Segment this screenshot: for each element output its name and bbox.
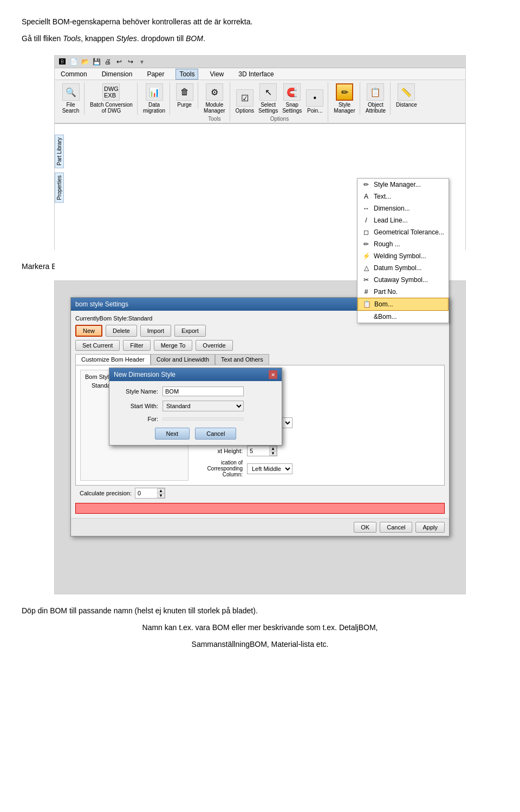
dm-part-no[interactable]: # Part No. [358,286,448,298]
text-height-down[interactable]: ▼ [269,451,277,456]
qa-dropdown-arrow[interactable]: ▼ [139,59,145,65]
module-manager-btn[interactable]: ⚙ ModuleManager [203,82,226,115]
cancel-btn[interactable]: Cancel [380,522,412,533]
override-btn[interactable]: Override [196,340,232,351]
object-attribute-btn[interactable]: 📋 ObjectAttribute [365,82,387,115]
data-migration-btn[interactable]: 📊 Datamigration [142,82,166,115]
ok-btn[interactable]: OK [354,522,376,533]
footer-paragraph-1: Döp din BOM till passande namn (helst ej… [22,605,498,617]
ribbon-icons-batch: DWGEXB Batch Conversionof DWG [89,82,134,115]
part-library-tab[interactable]: Part Library [55,135,64,168]
dm-cutaway[interactable]: ✂ Cutaway Symbol... [358,274,448,286]
batch-btn[interactable]: DWGEXB Batch Conversionof DWG [89,82,134,115]
text-height-spinner[interactable]: ▲ ▼ [247,446,277,456]
style-name-input[interactable] [162,387,244,396]
dm-welding[interactable]: ⚡ Welding Symbol... [358,250,448,262]
select-settings-btn[interactable]: ↖ SelectSettings [257,82,279,115]
app-logo-btn[interactable]: 🅱 [57,57,67,67]
dm-rough[interactable]: ✏ Rough ... [358,238,448,250]
file-search-btn[interactable]: 🔍 FileSearch [61,82,81,115]
options-group-label: Options [270,116,289,122]
properties-tab[interactable]: Properties [55,173,64,203]
dialog-btn-row-2: Set Current Filter Merge To Override [75,340,445,351]
dm-geo-tolerance-label: Geometrical Tolerance... [374,228,444,236]
qa-save-btn[interactable]: 💾 [92,57,101,67]
module-manager-icon: ⚙ [206,83,223,101]
menu-common[interactable]: Common [57,69,90,79]
footer-text-1: Döp din BOM till passande namn (helst ej… [22,606,258,615]
dm-rough-icon: ✏ [362,240,370,248]
options-btn[interactable]: ☑ Options [235,88,255,115]
calc-precision-up[interactable]: ▲ [157,488,165,493]
menu-3d-interface[interactable]: 3D Interface [235,69,277,79]
menu-paper[interactable]: Paper [144,69,167,79]
file-search-icon: 🔍 [62,83,80,101]
qa-undo-btn[interactable]: ↩ [114,57,124,67]
calc-precision-down[interactable]: ▼ [157,493,165,498]
tab-text-others[interactable]: Text and Others [215,354,269,365]
dm-style-manager[interactable]: ✏ Style Manager... [358,179,448,191]
select-settings-icon: ↖ [259,83,277,101]
calc-precision-label: Calculate precision: [80,490,132,496]
calc-precision-input[interactable] [135,489,157,497]
dm-geo-tolerance[interactable]: ◻ Geometrical Tolerance... [358,226,448,238]
justification-select[interactable]: Left Middle [247,463,292,474]
batch-icon: DWGEXB [102,83,120,101]
dm-dimension[interactable]: ↔ Dimension... [358,202,448,214]
start-with-label: Start With: [115,403,158,409]
tab-color-linewidth[interactable]: Color and Linewidth [151,354,215,365]
export-style-btn[interactable]: Export [174,325,206,337]
snap-settings-icon: 🧲 [283,83,301,101]
intro-text-1: Speciellt BOM-egenskaperna behöver kontr… [22,17,252,26]
dialog-tabs: Customize Bom Header Color and Linewidth… [75,354,445,365]
dm-bom[interactable]: 📋 Bom... [358,298,448,311]
filter-btn[interactable]: Filter [123,340,150,351]
tools-group-label: Tools [208,116,220,122]
dm-lead-line[interactable]: / Lead Line... [358,214,448,226]
dm-text[interactable]: A Text... [358,191,448,202]
tab-customize-header[interactable]: Customize Bom Header [75,354,151,365]
dm-lead-line-label: Lead Line... [374,217,408,224]
import-style-btn[interactable]: Import [140,325,171,337]
qa-open-btn[interactable]: 📂 [80,57,90,67]
module-manager-label: ModuleManager [204,102,225,114]
apply-btn[interactable]: Apply [415,522,445,533]
point-settings-btn[interactable]: • Poin... [305,88,324,115]
purge-btn[interactable]: 🗑 Purge [175,82,194,109]
red-highlight-row [75,503,445,514]
sub-dialog-close-btn[interactable]: ✕ [269,370,277,379]
text-height-input[interactable] [248,447,269,455]
field-text-height: xt Height: ▲ ▼ [194,446,440,456]
menu-dimension[interactable]: Dimension [99,69,136,79]
object-attribute-icon: 📋 [367,83,384,101]
current-style-text: CurrentlyBom Style:Standard [75,315,152,322]
calc-precision-spinner[interactable]: ▲ ▼ [135,488,165,499]
sub-cancel-btn[interactable]: Cancel [195,428,236,440]
next-btn[interactable]: Next [155,428,190,440]
qa-redo-btn[interactable]: ↪ [126,57,135,67]
style-manager-btn[interactable]: ✏ StyleManager [333,82,356,115]
point-icon: • [306,89,323,107]
text-height-up[interactable]: ▲ [269,446,277,451]
new-style-btn[interactable]: New [75,325,102,337]
start-with-select[interactable]: Standard [162,401,244,411]
menu-tools[interactable]: Tools [176,69,198,80]
menu-view[interactable]: View [206,69,227,79]
merge-to-btn[interactable]: Merge To [154,340,193,351]
footer-paragraph-2: Namn kan t.ex. vara BOM eller mer beskri… [22,622,498,633]
dm-dimension-icon: ↔ [362,204,370,213]
qa-print-btn[interactable]: 🖨 [103,57,113,67]
delete-style-btn[interactable]: Delete [106,325,137,337]
dm-and-bom[interactable]: &Bom... [358,311,448,323]
intro-text-4: . dropdown till [137,34,186,43]
set-current-btn[interactable]: Set Current [75,340,120,351]
screenshot-1: 🅱 📄 📂 💾 🖨 ↩ ↪ ▼ Common Dimension Paper T… [54,55,466,250]
dm-part-no-label: Part No. [374,288,398,296]
dm-datum[interactable]: △ Datum Symbol... [358,262,448,274]
snap-settings-btn[interactable]: 🧲 SnapSettings [281,82,303,115]
distance-btn[interactable]: 📏 Distance [395,82,418,109]
intro-text-3: , knappen [81,34,116,43]
text-height-label: xt Height: [194,448,243,454]
qa-new-btn[interactable]: 📄 [69,57,79,67]
start-with-row: Start With: Standard [115,401,276,411]
